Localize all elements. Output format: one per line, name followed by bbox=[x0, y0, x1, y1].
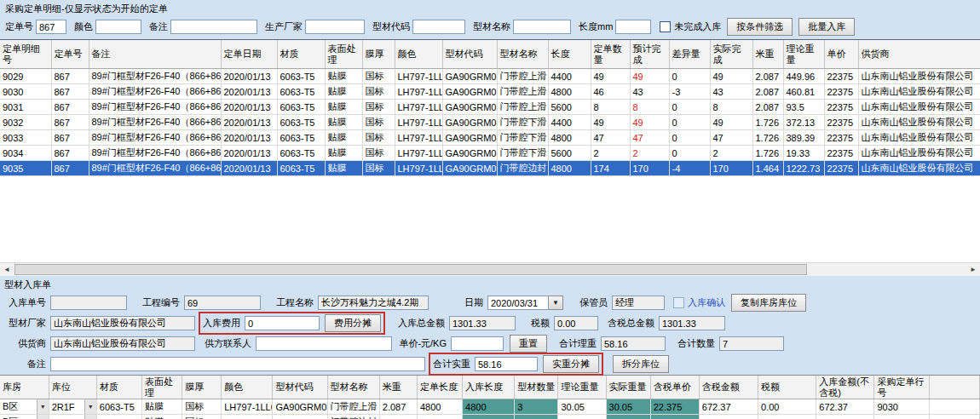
fee-input[interactable] bbox=[245, 316, 320, 330]
cell[interactable]: 4800 bbox=[463, 399, 515, 415]
cell[interactable]: 山东南山铝业股份有限公司 bbox=[858, 100, 980, 115]
cell[interactable]: 1.464 bbox=[752, 161, 783, 176]
cell[interactable]: 山东南山铝业股份有限公司 bbox=[858, 161, 980, 176]
weight-allocate-button[interactable]: 实重分摊 bbox=[543, 355, 599, 373]
cell[interactable]: 门带腔下滑 bbox=[497, 115, 548, 130]
batch-inbound-button[interactable]: 批量入库 bbox=[798, 18, 855, 36]
cell[interactable]: 389.39 bbox=[783, 130, 824, 146]
cell[interactable]: 门带腔下滑 bbox=[497, 130, 548, 146]
table-row[interactable]: 903586789#门框型材F26-F40（866+867）2020/01/13… bbox=[0, 161, 980, 176]
cell[interactable]: LH797-1LL0 bbox=[395, 146, 442, 161]
cell[interactable]: GA90GRM04 bbox=[442, 115, 497, 130]
theory-weight-input[interactable] bbox=[601, 336, 666, 351]
cell[interactable]: GA90GRM05 bbox=[442, 161, 497, 176]
cell[interactable]: 22.375 bbox=[650, 399, 699, 415]
cell[interactable]: 2020/01/13 bbox=[221, 100, 277, 115]
cell[interactable]: 49 bbox=[630, 69, 669, 84]
tax-input[interactable] bbox=[554, 316, 598, 330]
cell[interactable]: 0.00 bbox=[758, 415, 816, 419]
cell[interactable]: 贴膜 bbox=[325, 115, 362, 130]
horizontal-scrollbar[interactable]: ◄ ► bbox=[0, 262, 980, 276]
cell[interactable]: 4400 bbox=[548, 69, 591, 84]
cell[interactable]: 2 bbox=[591, 146, 630, 161]
table-row[interactable]: 903186789#门框型材F26-F40（866+867）2020/01/13… bbox=[0, 100, 980, 115]
cell[interactable]: 5600 bbox=[548, 146, 591, 161]
cell[interactable]: 山东南山铝业股份有限公司 bbox=[858, 69, 980, 84]
cell[interactable]: GA90GRM04 bbox=[442, 130, 497, 146]
table-row[interactable]: B区▾2R1F▾6063-T5贴膜国标LH797-1LL0GA90GRM03门带… bbox=[0, 399, 980, 415]
cell[interactable]: 0 bbox=[669, 115, 710, 130]
scroll-right-icon[interactable]: ► bbox=[966, 263, 980, 276]
dropdown-arrow-icon[interactable]: ▾ bbox=[37, 415, 49, 419]
project-no-input[interactable] bbox=[184, 296, 261, 310]
cell[interactable]: LH797-1LL0 bbox=[395, 130, 442, 146]
reset-button[interactable]: 重置 bbox=[510, 335, 547, 353]
cell[interactable]: 9029 bbox=[0, 69, 51, 84]
cell[interactable]: 2 bbox=[630, 146, 669, 161]
cell[interactable]: 4800 bbox=[548, 161, 591, 176]
cell[interactable]: 174 bbox=[591, 161, 630, 176]
cell[interactable]: 0.00 bbox=[758, 399, 816, 415]
cell[interactable]: 6063-T5 bbox=[277, 100, 325, 115]
cell[interactable]: 6063-T5 bbox=[96, 415, 141, 419]
cell[interactable]: 2020/01/13 bbox=[221, 84, 277, 100]
color-filter-input[interactable] bbox=[95, 20, 141, 34]
cell[interactable]: 47 bbox=[710, 130, 752, 146]
cell[interactable]: 8 bbox=[630, 100, 669, 115]
cell[interactable]: 867 bbox=[51, 115, 89, 130]
cell[interactable]: 46 bbox=[591, 84, 630, 100]
cell[interactable]: 22.375 bbox=[650, 415, 699, 419]
cell[interactable]: 9030 bbox=[0, 84, 51, 100]
cell[interactable]: 门带腔上滑 bbox=[497, 100, 548, 115]
cell[interactable]: 2.087 bbox=[752, 100, 783, 115]
cell[interactable]: 89#门框型材F26-F40（866+867） bbox=[89, 161, 221, 176]
cell[interactable]: 2 bbox=[710, 146, 752, 161]
cell[interactable]: 28.11 bbox=[606, 415, 650, 419]
cell[interactable]: 867 bbox=[51, 146, 89, 161]
cell[interactable]: 2020/01/13 bbox=[221, 115, 277, 130]
cell[interactable]: 国标 bbox=[182, 399, 222, 415]
cell[interactable]: 867 bbox=[51, 100, 89, 115]
cell[interactable]: 9033 bbox=[0, 130, 51, 146]
cell[interactable]: 19.33 bbox=[783, 146, 824, 161]
cell[interactable]: 国标 bbox=[362, 69, 395, 84]
cell[interactable]: 6063-T5 bbox=[277, 161, 325, 176]
cell[interactable]: 4800 bbox=[548, 130, 591, 146]
cell[interactable]: 22375 bbox=[824, 84, 858, 100]
dropdown-arrow-icon[interactable]: ▾ bbox=[84, 415, 96, 419]
cell[interactable]: 449.96 bbox=[783, 69, 824, 84]
cell[interactable]: 49 bbox=[630, 115, 669, 130]
total-amount-input[interactable] bbox=[449, 316, 516, 330]
cell[interactable]: 贴膜 bbox=[141, 415, 182, 419]
cell[interactable]: 0 bbox=[669, 69, 710, 84]
dropdown-arrow-icon[interactable]: ▾ bbox=[37, 399, 49, 414]
cell[interactable]: 49 bbox=[591, 115, 630, 130]
cell[interactable]: 89#门框型材F26-F40（866+867） bbox=[89, 100, 221, 115]
filter-by-condition-button[interactable]: 按条件筛选 bbox=[727, 18, 793, 36]
cell[interactable]: 3 bbox=[515, 399, 558, 415]
cell[interactable]: 22375 bbox=[824, 146, 858, 161]
cell[interactable]: 1222.73 bbox=[783, 161, 824, 176]
cell[interactable]: -3 bbox=[669, 84, 710, 100]
cell[interactable]: 国标 bbox=[362, 130, 395, 146]
cell[interactable]: LH797-1LL0 bbox=[222, 415, 273, 419]
inbound-confirm-checkbox[interactable] bbox=[673, 297, 684, 308]
split-location-button[interactable]: 拆分库位 bbox=[613, 355, 669, 373]
cell[interactable]: LH797-1LL0 bbox=[222, 399, 273, 415]
cell[interactable]: 8 bbox=[710, 100, 752, 115]
cell[interactable]: 2R1F▾ bbox=[49, 399, 96, 415]
cell[interactable]: 贴膜 bbox=[325, 84, 362, 100]
cell[interactable]: 89#门框型材F26-F40（866+867） bbox=[89, 84, 221, 100]
order-no-filter-input[interactable] bbox=[36, 20, 66, 34]
cell[interactable]: 867 bbox=[51, 130, 89, 146]
cell[interactable]: 4800 bbox=[548, 84, 591, 100]
cell[interactable]: 贴膜 bbox=[325, 69, 362, 84]
cell[interactable]: 9031 bbox=[0, 100, 51, 115]
cell[interactable]: 门带腔上滑 bbox=[327, 399, 379, 415]
cell[interactable]: 672.37 bbox=[816, 399, 874, 415]
cell[interactable]: 门带腔下滑 bbox=[497, 146, 548, 161]
cell[interactable]: -4 bbox=[669, 161, 710, 176]
scrollbar-thumb[interactable] bbox=[14, 264, 807, 275]
actual-weight-input[interactable] bbox=[475, 357, 538, 371]
cell[interactable]: 9030 bbox=[874, 399, 929, 415]
